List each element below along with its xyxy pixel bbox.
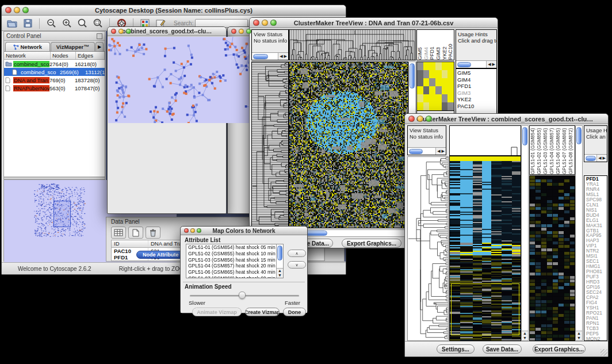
- attribute-list-item[interactable]: GPL51-06 (GSM865) heat shock 40 min: [186, 269, 283, 275]
- matrix-cell[interactable]: [429, 62, 435, 70]
- scroll-left-icon[interactable]: ◀: [598, 156, 601, 160]
- done-button[interactable]: Done: [283, 308, 306, 316]
- matrix-cell[interactable]: [447, 94, 454, 102]
- speed-slider-thumb[interactable]: [239, 292, 246, 299]
- matrix-cell[interactable]: [447, 86, 454, 94]
- scrollbar-thumb[interactable]: [409, 149, 423, 154]
- save-data--button[interactable]: Save Data...: [483, 344, 522, 354]
- matrix-cell[interactable]: [435, 102, 442, 110]
- row-label[interactable]: MON2: [586, 336, 607, 341]
- network-list-row[interactable]: DNA and Tran 07769(0)183728(0): [4, 76, 105, 84]
- minimize-button[interactable]: [239, 29, 244, 34]
- attribute-list-item[interactable]: GPL51-04 (GSM857) heat shock 20 min: [186, 263, 283, 269]
- matrix-cell[interactable]: [442, 78, 448, 86]
- close-button[interactable]: [253, 20, 259, 26]
- matrix-cell[interactable]: [435, 70, 442, 78]
- network1-titlebar[interactable]: combined_scores_good.txt--cluste...: [108, 27, 226, 36]
- dialog-titlebar[interactable]: Map Colors to Network: [181, 227, 307, 235]
- maximize-button[interactable]: [126, 29, 131, 34]
- matrix-cell[interactable]: [429, 86, 435, 94]
- treeview1-titlebar[interactable]: ClusterMaker TreeView : DNA and Tran 07-…: [250, 18, 498, 28]
- tab-network[interactable]: Network: [5, 42, 50, 51]
- treeview2-titlebar[interactable]: ClusterMaker TreeView : combined_scores_…: [405, 114, 608, 124]
- row-dendrogram[interactable]: [251, 62, 289, 228]
- scroll-left-icon[interactable]: ◀: [488, 62, 491, 67]
- move-up-button[interactable]: ∧: [288, 250, 306, 257]
- attribute-list-item[interactable]: GPL51-01 (GSM854) heat shock 05 min: [186, 244, 283, 251]
- column-label[interactable]: GPL51-01 (GSM854): [530, 126, 536, 174]
- minimize-button[interactable]: [262, 20, 268, 26]
- treeview1-heatmap[interactable]: [289, 62, 408, 228]
- column-dendrogram[interactable]: [289, 29, 416, 60]
- zoom-fit-icon[interactable]: [75, 17, 89, 29]
- column-label[interactable]: PFD1: [429, 30, 435, 60]
- matrix-cell[interactable]: [429, 78, 435, 86]
- matrix-cell[interactable]: [417, 86, 423, 94]
- matrix-cell[interactable]: [442, 62, 448, 70]
- minimize-button[interactable]: [417, 116, 423, 122]
- row-label[interactable]: GIM3: [457, 90, 496, 97]
- scroll-up-icon[interactable]: ▲: [576, 331, 582, 336]
- matrix-cell[interactable]: [435, 94, 442, 102]
- attribute-list-item[interactable]: GPL51-03 (GSM856) heat shock 15 min: [186, 257, 283, 263]
- treeview2-heatmap[interactable]: [449, 156, 521, 341]
- network-list-row[interactable]: combined_scores2764(0)16218(0): [4, 60, 105, 68]
- view-status-scrollbar[interactable]: ◀▶: [252, 52, 288, 60]
- overview-viewport-rect[interactable]: [53, 201, 71, 227]
- matrix-cell[interactable]: [417, 102, 423, 110]
- tab-vizmapper[interactable]: VizMapper™: [51, 42, 95, 51]
- matrix-cell[interactable]: [417, 94, 423, 102]
- column-label[interactable]: GPL51-02 (GSM855): [536, 126, 542, 174]
- scroll-right-icon[interactable]: ▶: [284, 54, 287, 59]
- row-label[interactable]: PAC10: [457, 103, 496, 110]
- heatmap-vertical-scrollbar[interactable]: ▲▼: [521, 125, 529, 341]
- matrix-cell[interactable]: [447, 78, 454, 86]
- maximize-button[interactable]: [426, 116, 432, 122]
- matrix-cell[interactable]: [435, 78, 442, 86]
- matrix-cell[interactable]: [435, 62, 442, 70]
- matrix-cell[interactable]: [447, 70, 454, 78]
- column-label[interactable]: GPL51-08 (GSM872): [568, 126, 574, 174]
- matrix-cell[interactable]: [423, 78, 430, 86]
- attribute-list-item[interactable]: GPL51-07 (GSM868) heat shock 60 min: [186, 275, 283, 278]
- scrollbar-thumb[interactable]: [253, 54, 268, 59]
- matrix-cell[interactable]: [423, 86, 430, 94]
- save-session-button[interactable]: [21, 17, 35, 29]
- usage-hints-scrollbar[interactable]: ◀▶: [584, 154, 607, 162]
- new-attribute-icon[interactable]: [128, 227, 143, 239]
- close-button[interactable]: [408, 116, 415, 122]
- scroll-left-icon[interactable]: ◀: [280, 54, 282, 59]
- column-label[interactable]: GPL51-06 (GSM865): [555, 126, 561, 174]
- matrix-cell[interactable]: [423, 70, 430, 78]
- matrix-cell[interactable]: [423, 62, 430, 70]
- row-label[interactable]: YKE2: [457, 96, 496, 103]
- zoom-out-icon[interactable]: [44, 17, 58, 29]
- maximize-button[interactable]: [270, 20, 277, 26]
- scrollbar-thumb[interactable]: [576, 127, 582, 144]
- minimize-button[interactable]: [190, 228, 195, 233]
- row-dendrogram[interactable]: [407, 156, 449, 341]
- view-status-scrollbar[interactable]: ◀▶: [408, 147, 446, 155]
- column-label[interactable]: GPL51-07 (GSM868): [561, 126, 568, 174]
- attribute-listbox[interactable]: GPL51-01 (GSM854) heat shock 05 minGPL51…: [186, 244, 284, 278]
- scrollbar-thumb[interactable]: [410, 63, 415, 89]
- scroll-up-icon[interactable]: ▲: [522, 331, 528, 336]
- scroll-right-icon[interactable]: ▶: [603, 156, 606, 160]
- maximize-button[interactable]: [246, 29, 251, 34]
- column-label[interactable]: GPL51-03 (GSM856): [542, 126, 549, 174]
- matrix-cell[interactable]: [442, 86, 448, 94]
- scrollbar-thumb[interactable]: [586, 156, 596, 161]
- tabs-overflow-button[interactable]: ▶: [95, 42, 104, 51]
- maximize-button[interactable]: [197, 228, 201, 233]
- treeview2-subheatmap[interactable]: [529, 175, 575, 341]
- scrollbar-thumb[interactable]: [277, 246, 282, 260]
- column-edges[interactable]: Edges: [76, 52, 105, 59]
- column-id[interactable]: ID: [112, 240, 148, 247]
- scrollbar-thumb[interactable]: [457, 62, 471, 67]
- close-button[interactable]: [111, 29, 116, 34]
- column-label[interactable]: YKE2: [442, 30, 448, 60]
- scroll-down-icon[interactable]: ▼: [277, 273, 283, 278]
- matrix-cell[interactable]: [429, 94, 435, 102]
- matrix-cell[interactable]: [423, 102, 430, 110]
- main-titlebar[interactable]: Cytoscape Desktop (Session Name: collins…: [2, 5, 346, 16]
